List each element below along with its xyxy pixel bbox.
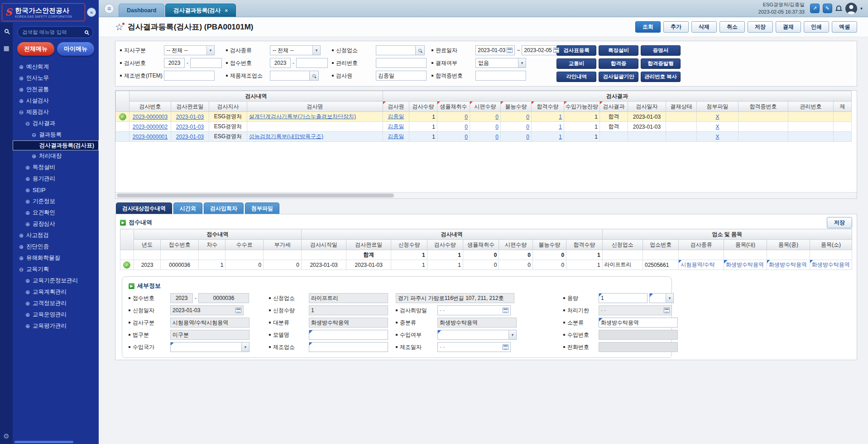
text-input[interactable] bbox=[270, 58, 291, 68]
expand-icon[interactable]: ⊕ bbox=[19, 64, 24, 70]
expand-icon[interactable]: ⊕ bbox=[32, 154, 36, 159]
calendar-icon[interactable] bbox=[553, 48, 559, 53]
text-input[interactable] bbox=[296, 58, 328, 68]
sidebar-item[interactable]: ⊖제품검사 bbox=[13, 106, 99, 118]
row-select-cell[interactable]: ✓ bbox=[116, 112, 129, 122]
text-input[interactable] bbox=[475, 71, 526, 81]
toolbar-button[interactable]: 결재 bbox=[776, 21, 801, 33]
expand-icon[interactable]: ⊕ bbox=[25, 290, 30, 295]
toolbar-button[interactable]: 저장 bbox=[748, 21, 773, 33]
text-input[interactable] bbox=[437, 318, 517, 328]
navy-action-button[interactable]: 증명서 bbox=[641, 45, 681, 56]
cell-link[interactable]: 김종일 bbox=[388, 123, 404, 130]
navy-action-button[interactable]: 검사일괄기안 bbox=[599, 72, 638, 82]
toolbar-button[interactable]: 추가 bbox=[663, 21, 689, 33]
text-input[interactable] bbox=[309, 342, 388, 352]
sidebar-item[interactable]: ⊕진단인증 bbox=[13, 241, 99, 252]
expand-icon[interactable]: ⊕ bbox=[25, 165, 30, 170]
cell-link[interactable]: 2023-0000001 bbox=[133, 134, 168, 140]
sidebar-item[interactable]: ⊕용기관리 bbox=[13, 173, 99, 184]
date-input[interactable]: 2023-01-03 bbox=[170, 305, 244, 315]
text-input[interactable] bbox=[309, 293, 388, 303]
sidebar-item[interactable]: ⊕교육평가관리 bbox=[13, 320, 99, 332]
expand-icon[interactable]: ⊕ bbox=[19, 87, 24, 92]
rail-apps-icon[interactable]: ▦ bbox=[3, 45, 9, 51]
date-input[interactable]: - - bbox=[599, 305, 672, 315]
calendar-icon[interactable] bbox=[507, 48, 513, 53]
cell-link[interactable]: 2023-01-03 bbox=[176, 134, 204, 140]
cell-link[interactable]: 0 bbox=[465, 134, 468, 140]
navy-action-button[interactable]: 합격증발행 bbox=[641, 58, 681, 69]
search-icon[interactable] bbox=[85, 30, 88, 34]
text-input[interactable] bbox=[376, 71, 427, 81]
sidebar-item[interactable]: ⊖결과등록 bbox=[13, 129, 99, 140]
navy-action-button[interactable]: 특정설비 bbox=[599, 45, 638, 56]
sidebar-item[interactable]: ⊕요건확인 bbox=[13, 207, 99, 218]
text-input[interactable] bbox=[309, 330, 388, 340]
text-input[interactable] bbox=[170, 330, 249, 340]
sidebar-item[interactable]: ⊕처리대장 bbox=[13, 150, 99, 162]
row-select-cell[interactable] bbox=[116, 132, 129, 142]
expand-icon[interactable]: ⊕ bbox=[19, 244, 24, 250]
sidebar-item[interactable]: ⊕사고점검 bbox=[13, 230, 99, 241]
expand-icon[interactable]: ⊕ bbox=[19, 233, 24, 238]
toolbar-button[interactable]: 인쇄 bbox=[804, 21, 829, 33]
table-row[interactable]: ✓202300000361002023-01-032023-01-0311000… bbox=[120, 260, 852, 270]
dropdown[interactable]: 없음▾ bbox=[475, 58, 526, 68]
toolbar-button[interactable]: 엑셀 bbox=[832, 21, 857, 33]
sidebar-item[interactable]: ⊖교육기획 bbox=[13, 264, 99, 275]
navy-action-button[interactable]: 교통비 bbox=[556, 58, 596, 69]
detail-tab[interactable]: 시간외 bbox=[173, 203, 202, 214]
text-input[interactable] bbox=[170, 318, 249, 328]
text-input[interactable] bbox=[190, 58, 222, 68]
navy-action-button[interactable]: 관리번호 복사 bbox=[641, 72, 681, 82]
text-input[interactable] bbox=[164, 71, 215, 81]
collapse-icon[interactable]: ⊖ bbox=[25, 121, 30, 126]
cell-link[interactable]: 2023-0000003 bbox=[133, 114, 168, 120]
my-menu-button[interactable]: 마이메뉴 bbox=[57, 42, 94, 56]
sidebar-scrollbar[interactable] bbox=[14, 441, 73, 443]
menu-search-input[interactable] bbox=[22, 29, 82, 35]
detail-tab[interactable]: 검사입회자 bbox=[204, 203, 244, 214]
table-row[interactable]: 2023-00000012023-01-03ESG경영처성능검정기록부(내압방폭… bbox=[116, 132, 852, 142]
calendar-icon[interactable] bbox=[235, 308, 241, 313]
expand-icon[interactable]: ⊕ bbox=[25, 278, 30, 284]
cell-link[interactable]: 0 bbox=[495, 124, 499, 130]
expand-icon[interactable]: ⊕ bbox=[25, 323, 30, 329]
sidebar-item[interactable]: ⊕기준정보 bbox=[13, 196, 99, 207]
text-input[interactable] bbox=[599, 293, 647, 303]
text-input[interactable] bbox=[376, 58, 427, 68]
cell-link[interactable]: 0 bbox=[526, 134, 529, 140]
window-tab[interactable]: 검사결과등록(검사× bbox=[165, 4, 236, 17]
save-button[interactable]: 저장 bbox=[827, 217, 852, 228]
text-input[interactable] bbox=[164, 58, 185, 68]
expand-icon[interactable]: ⊕ bbox=[19, 76, 24, 81]
sidebar-item[interactable]: ⊕인사노무 bbox=[13, 72, 99, 84]
sidebar-item[interactable]: ⊕유해화학물질 bbox=[13, 252, 99, 264]
cell-link[interactable]: 2023-01-03 bbox=[176, 114, 204, 120]
sidebar-item[interactable]: ⊕예산회계 bbox=[13, 61, 99, 72]
sidebar-item[interactable]: ⊕공장심사 bbox=[13, 218, 99, 230]
date-input[interactable]: - - bbox=[437, 305, 511, 315]
expand-icon[interactable]: ⊕ bbox=[19, 256, 24, 261]
expand-icon[interactable]: ⊕ bbox=[25, 222, 30, 227]
expand-icon[interactable]: ⊕ bbox=[19, 98, 24, 104]
cell-link[interactable]: 성능검정기록부(내압방폭구조) bbox=[249, 133, 323, 140]
collapse-icon[interactable]: ⊖ bbox=[32, 132, 36, 138]
close-icon[interactable]: × bbox=[225, 8, 227, 13]
text-input[interactable] bbox=[198, 293, 249, 303]
sidebar-item[interactable]: ⊕고객정보관리 bbox=[13, 298, 99, 309]
notification-bell-icon[interactable] bbox=[835, 5, 842, 12]
toolbar-button[interactable]: 취소 bbox=[719, 21, 745, 33]
dropdown[interactable]: ▾ bbox=[437, 330, 517, 340]
rail-search-icon[interactable] bbox=[5, 29, 9, 33]
expand-icon[interactable]: ⊕ bbox=[25, 176, 30, 182]
avatar[interactable] bbox=[845, 3, 857, 14]
text-input[interactable] bbox=[376, 45, 416, 55]
text-input[interactable] bbox=[396, 293, 514, 303]
expand-icon[interactable]: ⊕ bbox=[25, 312, 30, 318]
expand-icon[interactable]: ⊕ bbox=[25, 210, 30, 216]
window-tab[interactable]: Dashboard bbox=[119, 4, 164, 17]
navy-action-button[interactable]: 검사표등록 bbox=[556, 45, 596, 56]
sidebar-item[interactable]: ⊕교육계획관리 bbox=[13, 286, 99, 298]
